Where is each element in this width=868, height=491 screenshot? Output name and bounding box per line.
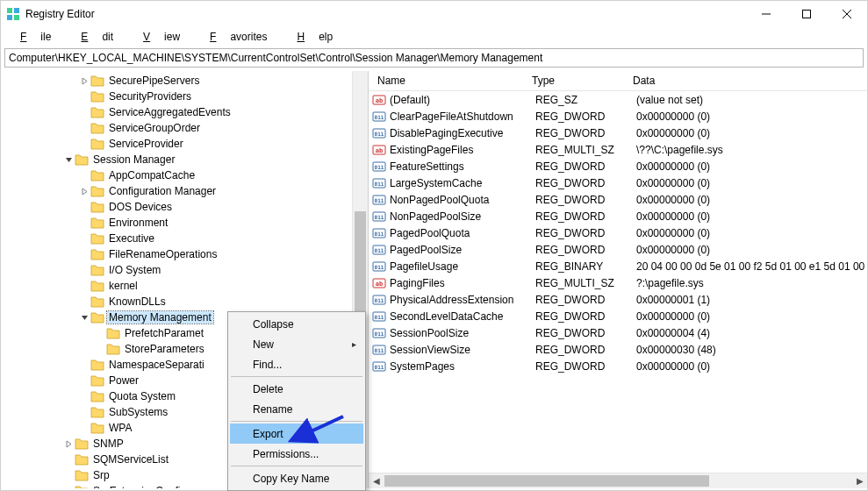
close-button[interactable] [827,1,867,27]
value-row[interactable]: LargeSystemCacheREG_DWORD0x00000000 (0) [369,174,867,191]
cm-rename[interactable]: Rename [230,399,363,419]
chevron-right-icon[interactable] [62,440,75,448]
tree-item[interactable]: Session Manager [1,152,368,167]
value-type: REG_DWORD [535,310,636,323]
value-row[interactable]: PagefileUsageREG_BINARY20 04 00 00 0d 5e… [369,258,867,274]
menu-edit[interactable]: Edit [67,29,127,45]
tree-item-label: SecurePipeServers [107,75,201,87]
binary-value-icon [372,326,386,340]
folder-icon [90,295,104,309]
tree-item-label: SQMServiceList [91,453,170,466]
value-row[interactable]: SecondLevelDataCacheREG_DWORD0x00000000 … [369,308,867,324]
chevron-right-icon[interactable] [78,188,90,196]
cm-collapse[interactable]: Collapse [230,314,363,334]
values-hscrollbar[interactable]: ◀ ▶ [369,473,867,488]
folder-icon [75,437,89,451]
value-data: 0x00000000 (0) [636,160,867,173]
folder-icon [75,452,89,466]
binary-value-icon [372,310,386,324]
folder-icon [75,153,89,167]
minimize-button[interactable] [746,1,786,27]
tree-item[interactable]: KnownDLLs [1,294,368,310]
column-name[interactable]: Name [369,75,527,87]
hscroll-left-arrow[interactable]: ◀ [369,473,384,488]
value-row[interactable]: FeatureSettingsREG_DWORD0x00000000 (0) [369,158,867,174]
folder-icon [90,168,104,182]
menu-view[interactable]: View [129,29,194,45]
value-row[interactable]: DisablePagingExecutiveREG_DWORD0x0000000… [369,125,867,141]
column-data[interactable]: Data [628,75,867,87]
tree-item[interactable]: DOS Devices [1,199,368,215]
value-row[interactable]: SystemPagesREG_DWORD0x00000000 (0) [369,358,867,374]
value-name: PagedPoolQuota [390,227,535,239]
value-row[interactable]: ClearPageFileAtShutdownREG_DWORD0x000000… [369,108,867,125]
cm-export[interactable]: Export [230,423,363,444]
chevron-right-icon[interactable] [62,487,75,489]
hscroll-right-arrow[interactable]: ▶ [852,473,867,488]
value-row[interactable]: PagingFilesREG_MULTI_SZ?:\pagefile.sys [369,274,867,291]
tree-item[interactable]: ServiceProvider [1,136,368,152]
cm-delete[interactable]: Delete [230,379,363,399]
value-row[interactable]: ExistingPageFilesREG_MULTI_SZ\??\C:\page… [369,141,867,158]
tree-item-label: SNMP [91,438,126,450]
tree-item-label: ServiceGroupOrder [107,122,202,134]
tree-item-label: Environment [107,217,169,229]
tree-item[interactable]: ServiceAggregatedEvents [1,104,368,120]
folder-icon [90,105,104,119]
folder-icon [106,326,120,340]
value-row[interactable]: SessionViewSizeREG_DWORD0x00000030 (48) [369,341,867,358]
tree-item[interactable]: kernel [1,278,368,294]
chevron-down-icon[interactable] [78,314,90,322]
cm-copy-key-name[interactable]: Copy Key Name [230,468,363,488]
tree-item[interactable]: SecurityProviders [1,89,368,104]
menu-favorites[interactable]: Favorites [196,29,281,45]
folder-icon [90,358,104,372]
value-type: REG_DWORD [535,194,636,206]
tree-item[interactable]: FileRenameOperations [1,246,368,262]
tree-scroll-thumb[interactable] [355,211,366,317]
tree-item[interactable]: ServiceGroupOrder [1,120,368,136]
values-pane[interactable]: Name Type Data (Default)REG_SZ(value not… [369,71,867,488]
chevron-down-icon[interactable] [62,156,75,164]
tree-item-label: Configuration Manager [107,185,218,197]
tree-item[interactable]: Executive [1,231,368,246]
folder-icon [90,137,104,151]
value-name: PagefileUsage [390,260,535,273]
value-row[interactable]: NonPagedPoolSizeREG_DWORD0x00000000 (0) [369,208,867,224]
value-row[interactable]: NonPagedPoolQuotaREG_DWORD0x00000000 (0) [369,191,867,208]
menu-file[interactable]: File [6,29,65,45]
value-type: REG_BINARY [535,260,636,273]
value-row[interactable]: PhysicalAddressExtensionREG_DWORD0x00000… [369,291,867,308]
tree-item[interactable]: AppCompatCache [1,167,368,183]
binary-value-icon [372,293,386,307]
value-row[interactable]: SessionPoolSizeREG_DWORD0x00000004 (4) [369,324,867,341]
maximize-button[interactable] [786,1,827,27]
column-type[interactable]: Type [527,75,628,87]
folder-icon [90,231,104,246]
cm-new[interactable]: New [230,334,363,354]
value-name: SystemPages [390,360,535,373]
tree-item[interactable]: SecurePipeServers [1,73,368,89]
folder-icon [90,247,104,261]
hscroll-thumb[interactable] [384,475,709,487]
value-row[interactable]: PagedPoolSizeREG_DWORD0x00000000 (0) [369,241,867,258]
binary-value-icon [372,176,386,190]
value-data: \??\C:\pagefile.sys [636,144,867,156]
cm-separator [231,421,362,422]
cm-permissions[interactable]: Permissions... [230,444,363,464]
tree-item[interactable]: Environment [1,215,368,231]
value-name: NonPagedPoolQuota [390,194,535,206]
cm-find[interactable]: Find... [230,354,363,374]
folder-icon [90,184,104,198]
address-bar[interactable]: Computer\HKEY_LOCAL_MACHINE\SYSTEM\Curre… [4,48,864,68]
value-row[interactable]: PagedPoolQuotaREG_DWORD0x00000000 (0) [369,224,867,241]
menu-help[interactable]: Help [283,29,347,45]
tree-item[interactable]: I/O System [1,262,368,278]
chevron-right-icon[interactable] [78,77,90,85]
tree-item-label: Srp [91,469,111,481]
value-row[interactable]: (Default)REG_SZ(value not set) [369,91,867,108]
folder-icon [75,468,89,482]
value-data: 0x00000001 (1) [636,294,867,306]
tree-item-label: kernel [107,280,140,292]
tree-item[interactable]: Configuration Manager [1,183,368,199]
